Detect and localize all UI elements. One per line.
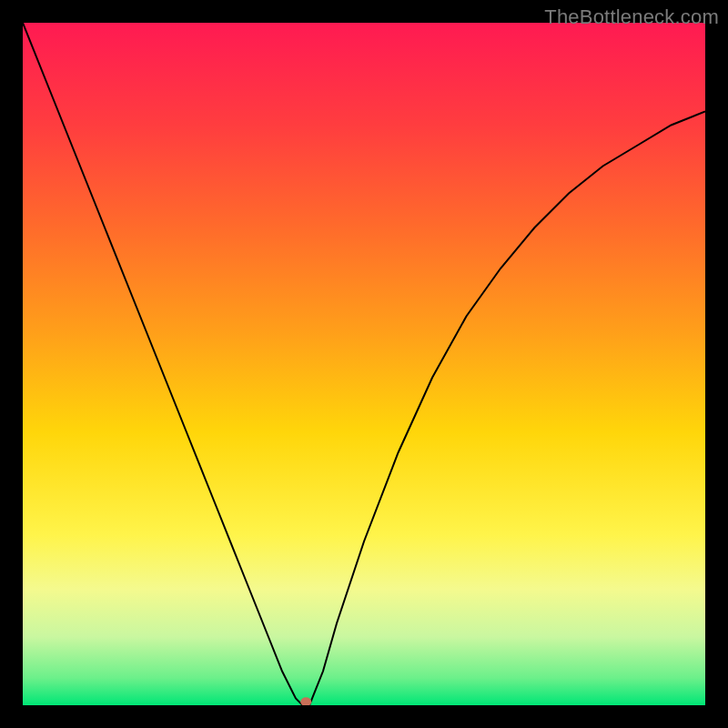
plot-area xyxy=(23,23,705,705)
gradient-background xyxy=(23,23,705,705)
watermark-text: TheBottleneck.com xyxy=(544,5,719,29)
chart-svg xyxy=(23,23,705,705)
chart-frame: TheBottleneck.com xyxy=(0,0,728,728)
